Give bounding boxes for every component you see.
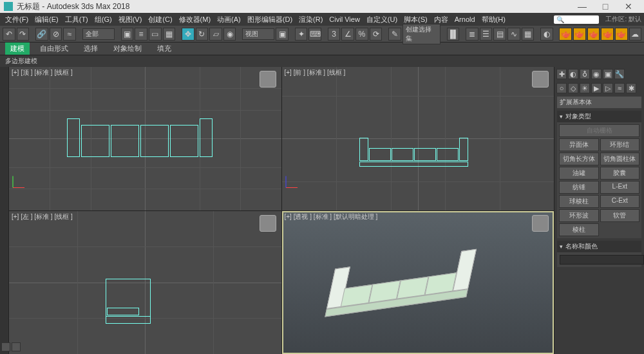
bind-button[interactable]: ≈	[63, 28, 76, 41]
spindle-button[interactable]: 纺锤	[559, 181, 599, 194]
create-tab-icon[interactable]: ✚	[556, 69, 567, 79]
unlink-button[interactable]: ⊘	[50, 28, 62, 41]
hierarchy-tab-icon[interactable]: ♁	[580, 69, 590, 79]
link-button[interactable]: 🔗	[35, 28, 48, 41]
named-selset-dropdown[interactable]: 创建选择集	[402, 24, 440, 44]
viewport-perspective[interactable]: [+] [透视 ] [标准 ] [默认明暗处理 ]	[282, 211, 554, 355]
menu-help[interactable]: 帮助(H)	[479, 14, 508, 26]
workspace-label[interactable]: 工作区: 默认	[605, 15, 641, 24]
systems-icon[interactable]: ✱	[626, 83, 636, 93]
keyboard-shortcut-button[interactable]: ⌨	[308, 28, 321, 41]
motion-tab-icon[interactable]: ◉	[591, 69, 601, 79]
menu-render[interactable]: 渲染(R)	[296, 14, 325, 26]
maxscript-listener-button[interactable]	[1, 342, 10, 351]
align-button[interactable]: ≣	[466, 28, 478, 41]
viewport-persp-label[interactable]: [+] [透视 ] [标准 ] [默认明暗处理 ]	[285, 212, 378, 221]
viewport-front-label[interactable]: [+] [前 ] [标准 ] [线框 ]	[285, 68, 346, 77]
select-region-button[interactable]: ▭	[149, 28, 162, 41]
close-button[interactable]: ✕	[617, 1, 640, 12]
menu-group[interactable]: 组(G)	[92, 14, 115, 26]
menu-arnold[interactable]: Arnold	[452, 14, 478, 24]
cameras-icon[interactable]: ▶	[591, 83, 601, 93]
window-crossing-button[interactable]: ▦	[163, 28, 176, 41]
capsule-button[interactable]: 胶囊	[600, 167, 640, 180]
search-input[interactable]: 🔍	[554, 15, 599, 24]
menu-tools[interactable]: 工具(T)	[62, 14, 91, 26]
status-toggle-button[interactable]	[12, 342, 21, 351]
menu-customize[interactable]: 自定义(U)	[364, 14, 400, 26]
cext-button[interactable]: C-Ext	[600, 195, 640, 208]
modify-tab-icon[interactable]: ◐	[568, 69, 578, 79]
display-tab-icon[interactable]: ▣	[603, 69, 613, 79]
spinner-snap-button[interactable]: ⟳	[370, 28, 383, 41]
viewport-top-label[interactable]: [+] [顶 ] [标准 ] [线框 ]	[12, 68, 73, 77]
viewcube-icon[interactable]	[532, 215, 549, 232]
scale-button[interactable]: ▱	[209, 28, 222, 41]
snap-toggle-button[interactable]: 3	[328, 28, 341, 41]
menu-modifiers[interactable]: 修改器(M)	[176, 14, 214, 26]
render-setup-button[interactable]: 🫖	[559, 28, 572, 41]
viewport-front[interactable]: [+] [前 ] [标准 ] [线框 ]	[282, 67, 554, 210]
lights-icon[interactable]: ☀	[580, 83, 590, 93]
autogrid-checkbox[interactable]: 自动栅格	[559, 124, 639, 137]
object-name-input[interactable]	[560, 255, 644, 265]
utilities-tab-icon[interactable]: 🔧	[614, 69, 625, 79]
tab-objectpaint[interactable]: 对象绘制	[108, 42, 147, 55]
geometry-icon[interactable]: ○	[556, 83, 567, 93]
menu-civilview[interactable]: Civil View	[327, 14, 362, 24]
menu-file[interactable]: 文件(F)	[3, 14, 31, 26]
edit-selset-button[interactable]: ✎	[388, 28, 401, 41]
menu-edit[interactable]: 编辑(E)	[32, 14, 61, 26]
refcoord-dropdown[interactable]: 视图	[242, 28, 274, 40]
object-type-rollout-header[interactable]: 对象类型	[557, 111, 641, 122]
menu-animation[interactable]: 动画(A)	[214, 14, 243, 26]
curve-editor-button[interactable]: ∿	[507, 28, 520, 41]
tab-modeling[interactable]: 建模	[5, 42, 30, 55]
menu-create[interactable]: 创建(C)	[146, 14, 175, 26]
redo-button[interactable]: ↷	[17, 28, 30, 41]
mirror-button[interactable]: ▐▌	[447, 28, 460, 41]
chamfercyl-button[interactable]: 切角圆柱体	[600, 153, 640, 165]
chamferbox-button[interactable]: 切角长方体	[559, 153, 599, 165]
render-activeshade-button[interactable]: 🫖	[615, 28, 628, 41]
tab-freeform[interactable]: 自由形式	[35, 42, 73, 55]
spacewarps-icon[interactable]: ≈	[614, 83, 625, 93]
render-production-button[interactable]: 🫖	[587, 28, 600, 41]
angle-snap-button[interactable]: ∠	[341, 28, 354, 41]
undo-button[interactable]: ↶	[3, 28, 15, 41]
select-object-button[interactable]: ▣	[121, 28, 134, 41]
select-manipulate-button[interactable]: ✦	[295, 28, 308, 41]
move-button[interactable]: ✥	[182, 28, 194, 41]
viewport-top[interactable]: [+] [顶 ] [标准 ] [线框 ]	[9, 67, 281, 210]
helpers-icon[interactable]: ▷	[603, 83, 613, 93]
oiltank-button[interactable]: 油罐	[559, 167, 599, 180]
minimize-button[interactable]: —	[571, 1, 594, 12]
pivot-button[interactable]: ▣	[276, 28, 289, 41]
hose-button[interactable]: 软管	[600, 209, 640, 222]
tab-selection[interactable]: 选择	[79, 42, 103, 55]
percent-snap-button[interactable]: %	[355, 28, 368, 41]
name-color-rollout-header[interactable]: 名称和颜色	[557, 241, 641, 252]
rotate-button[interactable]: ↻	[196, 28, 209, 41]
torusknot-button[interactable]: 环形结	[600, 138, 640, 151]
viewport-left[interactable]: [+] [左 ] [标准 ] [线框 ]	[9, 211, 281, 355]
maximize-button[interactable]: □	[594, 1, 617, 12]
menu-grapheditors[interactable]: 图形编辑器(D)	[245, 14, 295, 26]
render-online-button[interactable]: ☁	[629, 28, 642, 41]
selection-filter-dropdown[interactable]: 全部	[82, 28, 115, 40]
toggle-ribbon-button[interactable]: ▤	[493, 28, 506, 41]
menu-view[interactable]: 视图(V)	[116, 14, 145, 26]
viewport-left-label[interactable]: [+] [左 ] [标准 ] [线框 ]	[12, 212, 73, 221]
gengon-button[interactable]: 球棱柱	[559, 195, 599, 208]
select-by-name-button[interactable]: ≡	[135, 28, 147, 41]
material-editor-button[interactable]: ◐	[540, 28, 553, 41]
schematic-view-button[interactable]: ▦	[522, 28, 535, 41]
lext-button[interactable]: L-Ext	[600, 181, 640, 194]
tab-populate[interactable]: 填充	[152, 42, 176, 55]
prism-button[interactable]: 棱柱	[559, 223, 599, 236]
layer-explorer-button[interactable]: ☰	[480, 28, 493, 41]
render-iterative-button[interactable]: 🫖	[601, 28, 614, 41]
hedron-button[interactable]: 异面体	[559, 138, 599, 151]
geometry-category-dropdown[interactable]: 扩展基本体	[557, 97, 641, 108]
placement-button[interactable]: ◉	[223, 28, 236, 41]
